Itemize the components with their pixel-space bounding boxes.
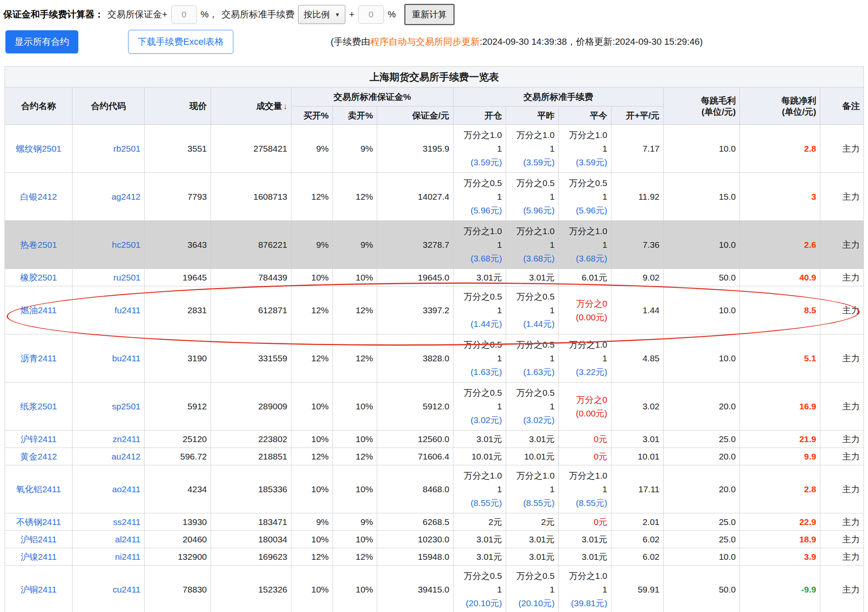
- contract-code-link[interactable]: au2412: [112, 452, 141, 461]
- tick-net-label: 每跳净利: [744, 95, 816, 106]
- volume-cell: 152326: [211, 566, 291, 612]
- contract-code-cell: hc2501: [73, 221, 145, 269]
- col-header-open-plus-close[interactable]: 开+平/元: [611, 106, 664, 125]
- close-today-fee-cell: 3.01元: [559, 548, 611, 566]
- contract-name-link[interactable]: 不锈钢2411: [16, 517, 61, 527]
- close-yesterday-fee-cell: 3.01元: [506, 431, 559, 448]
- col-header-price[interactable]: 现价: [145, 87, 211, 125]
- sell-open-margin-cell: 10%: [333, 566, 377, 612]
- close-yesterday-fee-cell: 万分之0.51(1.44元): [506, 286, 559, 334]
- buy-open-margin-cell: 9%: [291, 125, 333, 173]
- close-yesterday-fee-cell: 3.01元: [506, 269, 559, 286]
- close-today-fee-cell: 0元: [559, 431, 611, 448]
- price-cell: 5912: [145, 382, 211, 431]
- open-plus-close-cell: 3.01: [611, 431, 664, 448]
- volume-cell: 331559: [211, 334, 291, 382]
- contract-code-link[interactable]: ni2411: [115, 552, 141, 561]
- contract-name-link[interactable]: 橡胶2501: [20, 273, 57, 282]
- fee-percent-input[interactable]: [358, 5, 384, 24]
- buy-open-margin-cell: 10%: [291, 465, 333, 513]
- col-header-close-yesterday[interactable]: 平昨: [506, 106, 559, 125]
- contract-code-link[interactable]: zn2411: [113, 434, 141, 444]
- col-header-contract-name[interactable]: 合约名称: [5, 87, 73, 125]
- contract-name-link[interactable]: 燃油2411: [20, 305, 56, 315]
- col-header-tick-gross[interactable]: 每跳毛利(单位/元): [664, 87, 740, 125]
- contract-name-link[interactable]: 纸浆2501: [20, 402, 57, 411]
- contract-name-link[interactable]: 热卷2501: [20, 240, 57, 249]
- show-all-contracts-button[interactable]: 显示所有合约: [5, 30, 78, 53]
- remark-cell: 主力: [820, 431, 864, 448]
- margin-yuan-cell: 8468.0: [377, 465, 453, 513]
- open-fee-cell: 万分之0.51(1.63元): [453, 334, 506, 382]
- contract-name-cell: 沪铜2411: [5, 566, 73, 612]
- tick-net-cell: 16.9: [740, 382, 820, 431]
- close-today-fee-cell: 万分之1.01(3.59元): [559, 125, 611, 173]
- contract-code-link[interactable]: ss2411: [113, 517, 141, 527]
- download-excel-button[interactable]: 下载手续费Excel表格: [128, 30, 233, 54]
- contract-code-link[interactable]: cu2411: [113, 585, 141, 594]
- contract-code-link[interactable]: bu2411: [112, 353, 141, 363]
- open-fee-cell: 万分之1.01(3.68元): [453, 221, 506, 269]
- volume-header-label: 成交量: [256, 101, 282, 111]
- contract-name-link[interactable]: 沪锌2411: [20, 434, 56, 444]
- note-suffix: :2024-09-30 14:39:38，价格更新:2024-09-30 15:…: [480, 36, 703, 47]
- remark-cell: 主力: [820, 382, 864, 431]
- note-highlight: 程序自动与交易所同步更新: [370, 36, 480, 47]
- col-header-sell-open[interactable]: 卖开%: [333, 106, 377, 125]
- tick-gross-cell: 25.0: [664, 431, 740, 448]
- contract-code-link[interactable]: ru2501: [114, 273, 141, 282]
- price-cell: 3190: [145, 334, 211, 382]
- col-header-contract-code[interactable]: 合约代码: [73, 87, 145, 125]
- contract-code-link[interactable]: hc2501: [112, 240, 141, 249]
- margin-label: 交易所保证金+: [107, 8, 167, 21]
- contract-code-link[interactable]: fu2411: [114, 305, 141, 315]
- recalculate-button[interactable]: 重新计算: [405, 4, 454, 25]
- col-header-open-fee[interactable]: 开仓: [453, 106, 506, 125]
- col-header-volume[interactable]: 成交量↓: [211, 87, 291, 125]
- fee-mode-select[interactable]: 按比例 ▼: [298, 5, 345, 24]
- contract-code-link[interactable]: rb2501: [114, 144, 141, 153]
- open-plus-close-cell: 4.85: [611, 334, 664, 382]
- open-plus-close-cell: 7.17: [611, 125, 664, 173]
- contract-name-link[interactable]: 沪镍2411: [20, 552, 56, 561]
- tick-gross-cell: 10.0: [664, 334, 740, 382]
- contract-name-cell: 不锈钢2411: [5, 513, 73, 531]
- contract-name-link[interactable]: 沪铜2411: [20, 585, 56, 594]
- close-today-fee-cell: 0元: [559, 513, 611, 531]
- open-fee-cell: 3.01元: [453, 531, 506, 548]
- fee-label: 交易所标准手续费: [221, 8, 294, 21]
- tick-net-cell: 18.9: [740, 531, 820, 548]
- tick-net-unit: (单位/元): [744, 106, 816, 117]
- price-cell: 3551: [145, 125, 211, 173]
- contract-name-link[interactable]: 黄金2412: [20, 452, 57, 461]
- contract-code-link[interactable]: sp2501: [112, 402, 141, 411]
- table-title: 上海期货交易所手续费一览表: [5, 67, 864, 87]
- contract-code-link[interactable]: ag2412: [112, 192, 141, 201]
- col-header-close-today[interactable]: 平今: [559, 106, 611, 125]
- close-today-fee-cell: 万分之1.01(8.55元): [559, 465, 611, 513]
- contract-row-rb2501: 螺纹钢2501rb2501355127584219%9%3195.9万分之1.0…: [5, 125, 864, 173]
- open-fee-cell: 万分之0.51(20.10元): [453, 566, 506, 612]
- contract-name-link[interactable]: 氧化铝2411: [16, 484, 61, 494]
- contract-code-link[interactable]: al2411: [115, 535, 141, 544]
- col-header-tick-net[interactable]: 每跳净利(单位/元): [740, 87, 820, 125]
- margin-yuan-cell: 71606.4: [377, 448, 453, 465]
- contract-name-cell: 沪锌2411: [5, 431, 73, 448]
- contract-code-link[interactable]: ao2411: [112, 484, 141, 494]
- open-plus-close-cell: 2.01: [611, 513, 664, 531]
- contract-name-link[interactable]: 螺纹钢2501: [16, 144, 61, 153]
- contract-name-link[interactable]: 沥青2411: [20, 353, 56, 363]
- contract-name-link[interactable]: 白银2412: [20, 192, 57, 201]
- tick-gross-cell: 20.0: [664, 448, 740, 465]
- contract-name-link[interactable]: 沪铝2411: [20, 535, 56, 544]
- tick-gross-cell: 10.0: [664, 221, 740, 269]
- col-header-margin-yuan[interactable]: 保证金/元: [377, 106, 453, 125]
- buy-open-margin-cell: 12%: [291, 448, 333, 465]
- open-fee-cell: 3.01元: [453, 431, 506, 448]
- margin-percent-input[interactable]: [171, 5, 197, 24]
- remark-cell: 主力: [820, 448, 864, 465]
- tick-net-cell: 2.8: [740, 125, 820, 173]
- close-today-fee-cell: 万分之0(0.00元): [559, 382, 611, 431]
- col-header-buy-open[interactable]: 买开%: [291, 106, 333, 125]
- tick-net-cell: 21.9: [740, 431, 820, 448]
